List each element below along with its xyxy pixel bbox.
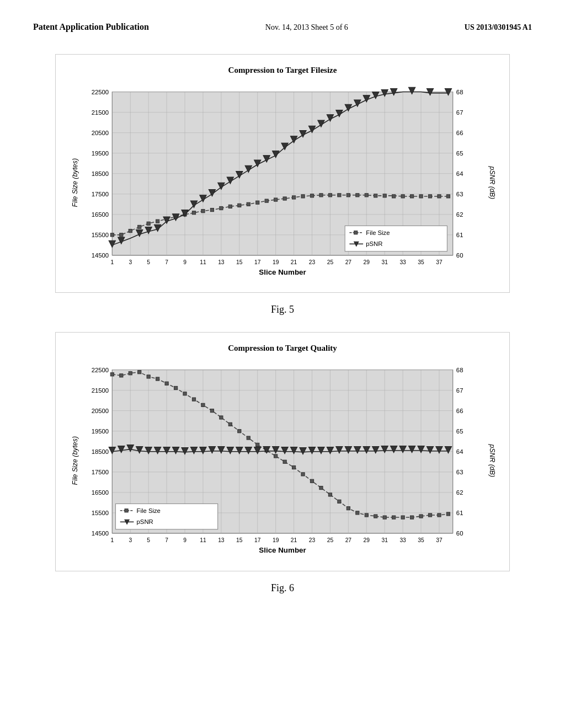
svg-text:18500: 18500 [92, 448, 109, 455]
svg-rect-93 [292, 196, 295, 199]
svg-rect-238 [256, 443, 259, 447]
svg-rect-229 [174, 387, 177, 390]
svg-rect-245 [319, 486, 323, 490]
svg-text:File Size (bytes): File Size (bytes) [71, 436, 79, 485]
svg-rect-85 [220, 206, 223, 210]
svg-rect-258 [438, 513, 441, 517]
svg-rect-235 [228, 423, 232, 426]
svg-rect-86 [228, 205, 232, 208]
svg-text:37: 37 [436, 538, 443, 544]
svg-text:14500: 14500 [92, 252, 109, 259]
svg-rect-96 [319, 194, 323, 197]
svg-rect-78 [156, 220, 159, 223]
svg-rect-225 [138, 371, 141, 374]
svg-text:67: 67 [456, 109, 463, 116]
svg-rect-243 [301, 473, 305, 476]
svg-rect-105 [401, 195, 404, 198]
svg-text:File Size: File Size [366, 229, 390, 236]
svg-text:16500: 16500 [92, 489, 109, 496]
svg-text:60: 60 [456, 530, 463, 537]
svg-rect-248 [347, 507, 350, 510]
figure-6-container: Compression to Target Quality [55, 332, 510, 571]
svg-rect-99 [347, 194, 350, 197]
fig5-chart-area: 22500 21500 20500 19500 18500 17500 1650… [67, 81, 498, 287]
svg-rect-77 [147, 222, 150, 225]
svg-text:15: 15 [236, 538, 243, 544]
svg-text:7: 7 [165, 538, 168, 544]
svg-text:19500: 19500 [92, 428, 109, 435]
svg-text:1: 1 [110, 538, 114, 544]
svg-text:21500: 21500 [92, 109, 109, 116]
svg-text:17500: 17500 [92, 469, 109, 475]
svg-text:pSNR (dB): pSNR (dB) [488, 444, 496, 478]
svg-rect-82 [192, 211, 195, 215]
svg-text:15500: 15500 [92, 232, 109, 238]
svg-text:15: 15 [236, 259, 243, 265]
svg-rect-240 [274, 454, 278, 458]
svg-rect-102 [374, 194, 377, 197]
page-header: Patent Application Publication Nov. 14, … [33, 22, 532, 32]
svg-text:27: 27 [345, 538, 352, 544]
svg-rect-257 [428, 513, 431, 517]
svg-rect-147 [354, 231, 358, 234]
svg-text:File Size (bytes): File Size (bytes) [71, 158, 79, 207]
svg-text:20500: 20500 [92, 130, 109, 136]
svg-text:21500: 21500 [92, 387, 109, 394]
svg-rect-228 [165, 382, 168, 386]
svg-text:14500: 14500 [92, 530, 109, 537]
figure-5-container: Compression to Target Filesize [55, 54, 510, 293]
svg-text:15500: 15500 [92, 510, 109, 516]
svg-rect-244 [310, 480, 313, 483]
svg-rect-252 [383, 516, 386, 519]
svg-text:23: 23 [309, 259, 316, 265]
svg-rect-75 [129, 229, 132, 233]
svg-rect-101 [365, 194, 368, 197]
header-publication-label: Patent Application Publication [33, 22, 149, 32]
svg-rect-84 [210, 208, 214, 212]
svg-rect-76 [138, 225, 141, 228]
svg-text:68: 68 [456, 89, 463, 95]
svg-text:5: 5 [147, 538, 150, 544]
svg-text:61: 61 [456, 232, 463, 238]
fig6-title: Compression to Target Quality [67, 344, 498, 353]
svg-text:23: 23 [309, 538, 316, 544]
svg-text:11: 11 [200, 538, 206, 544]
fig5-title: Compression to Target Filesize [67, 66, 498, 75]
svg-text:1: 1 [110, 259, 114, 265]
svg-rect-298 [116, 504, 218, 529]
svg-rect-247 [338, 500, 341, 504]
svg-text:29: 29 [364, 538, 370, 544]
svg-text:13: 13 [218, 259, 225, 265]
svg-text:21: 21 [291, 538, 297, 544]
svg-rect-89 [256, 201, 259, 204]
fig5-caption: Fig. 5 [33, 304, 532, 315]
svg-text:25: 25 [327, 538, 334, 544]
svg-text:64: 64 [456, 448, 463, 455]
svg-text:13: 13 [218, 538, 225, 544]
svg-text:9: 9 [183, 259, 186, 265]
svg-text:18500: 18500 [92, 170, 109, 177]
svg-rect-255 [411, 516, 414, 519]
svg-rect-87 [238, 204, 241, 207]
svg-rect-145 [345, 226, 447, 251]
svg-rect-241 [283, 461, 286, 464]
svg-text:63: 63 [456, 191, 463, 197]
svg-rect-92 [283, 197, 286, 200]
svg-rect-223 [120, 374, 123, 377]
svg-text:pSNR: pSNR [366, 240, 382, 247]
svg-rect-74 [120, 233, 123, 237]
svg-text:22500: 22500 [92, 89, 109, 95]
svg-rect-237 [247, 436, 250, 440]
svg-rect-256 [419, 515, 423, 518]
svg-rect-95 [310, 194, 313, 197]
svg-text:62: 62 [456, 489, 463, 496]
svg-text:5: 5 [147, 259, 150, 265]
svg-text:60: 60 [456, 252, 463, 259]
svg-rect-109 [438, 195, 441, 198]
fig6-chart-area: 22500 21500 20500 19500 18500 17500 1650… [67, 358, 498, 565]
svg-text:35: 35 [418, 538, 424, 544]
svg-text:37: 37 [436, 259, 443, 265]
svg-rect-108 [428, 195, 431, 198]
svg-rect-234 [220, 416, 223, 419]
svg-rect-100 [356, 194, 359, 197]
